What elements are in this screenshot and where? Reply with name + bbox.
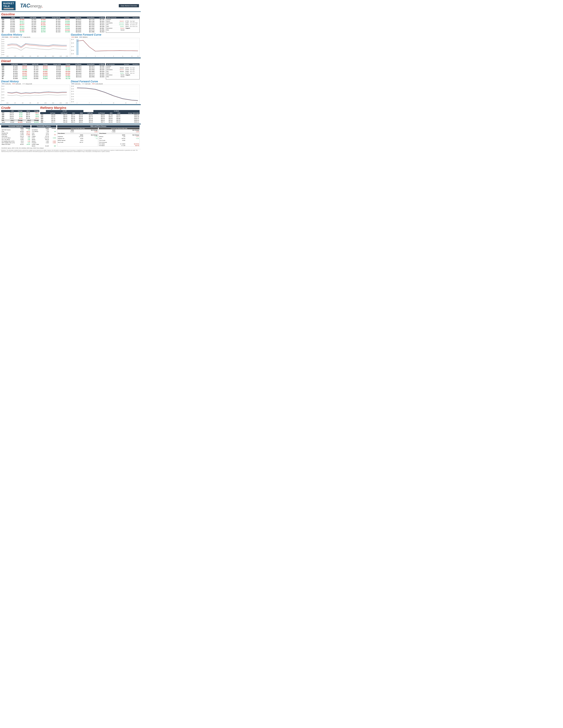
disclaimer-text: Disclaimer: The information contained he… (0, 149, 141, 153)
svg-text:$2.50: $2.50 (2, 39, 4, 40)
svg-text:1/31: 1/31 (22, 56, 24, 57)
svg-text:$2.50: $2.50 (71, 43, 74, 44)
tac-energy-logo: TACenergy. (20, 3, 42, 9)
blue-divider-2 (0, 104, 141, 105)
svg-text:$2.40: $2.40 (71, 99, 74, 100)
crude-title: Crude (1, 106, 39, 110)
gasoline-table: RBOB Change Gulf CBOB Change Group Sub N… (1, 17, 105, 33)
diesel-title: Diesel (1, 59, 139, 63)
daily-overview-badge: Daily Market Overview (119, 4, 139, 7)
svg-text:7: 7 (101, 102, 102, 104)
diesel-charts-row: Diesel History ULSD (HO) Gulf ULSD Group… (0, 80, 141, 104)
svg-text:$2.35: $2.35 (2, 97, 4, 98)
diesel-section: Diesel ULSD (HO) Change Gulf ULSD Change… (0, 59, 141, 80)
svg-text:16: 16 (136, 102, 137, 104)
svg-text:2/12: 2/12 (52, 102, 54, 104)
svg-text:$2.55: $2.55 (2, 94, 4, 96)
svg-text:2/18: 2/18 (66, 56, 68, 57)
refinery-table: Vs WTI Vs Brent Gulf Gas Gulf Diesel 3/2… (40, 110, 139, 123)
svg-text:$2.50: $2.50 (71, 96, 74, 97)
gasoline-history-title: Gasoline History (1, 33, 70, 36)
commodity-table: Settle Change US NatGas 1.609 TTF NatGas… (31, 127, 56, 147)
svg-text:2/8: 2/8 (37, 102, 39, 104)
market-talk-logo: MARKET TALK ▐▐▐▐▐▐▐ (2, 1, 16, 10)
svg-text:$2.20: $2.20 (2, 45, 4, 47)
svg-text:$2.90: $2.90 (71, 86, 74, 87)
eco-indicators-table: Settle Change S&P 500 Futures 5,024 4.25… (1, 127, 30, 145)
gasoline-forward-title: Gasoline Forward Curve (71, 33, 139, 36)
svg-text:7: 7 (104, 56, 105, 57)
svg-text:$2.30: $2.30 (71, 46, 74, 47)
crude-refinery-row: Crude WTI Change Brent Change 2/19 $79.2… (0, 105, 141, 123)
svg-text:1: 1 (77, 102, 77, 104)
svg-text:$2.30: $2.30 (71, 101, 74, 102)
svg-text:$2.40: $2.40 (2, 41, 4, 42)
svg-text:$3.15: $3.15 (2, 86, 4, 87)
blue-divider-1 (0, 58, 141, 58)
svg-text:2/3: 2/3 (29, 56, 31, 57)
svg-text:$2.70: $2.70 (71, 91, 74, 92)
svg-text:1/25: 1/25 (6, 56, 8, 57)
svg-text:$2.60: $2.60 (71, 93, 74, 95)
svg-text:3: 3 (86, 56, 86, 57)
svg-text:9: 9 (113, 56, 114, 57)
svg-text:$2.10: $2.10 (71, 50, 74, 51)
svg-rect-35 (76, 39, 79, 55)
crude-table: WTI Change Brent Change 2/19 $79.28 $0.0… (1, 110, 39, 119)
svg-text:$2.95: $2.95 (2, 89, 4, 90)
svg-text:2/14: 2/14 (60, 102, 62, 104)
gasoline-charts-row: Gasoline History RBOB Gulf CBOB Group Su… (0, 33, 141, 57)
svg-text:2/6: 2/6 (37, 56, 39, 57)
svg-text:2/4: 2/4 (22, 102, 23, 104)
svg-text:1/31: 1/31 (6, 102, 8, 104)
svg-text:$2.10: $2.10 (2, 48, 4, 49)
svg-text:$2.70: $2.70 (71, 39, 74, 40)
svg-text:10: 10 (113, 102, 114, 104)
svg-text:$1.80: $1.80 (2, 54, 4, 55)
svg-text:5: 5 (95, 56, 96, 57)
svg-text:$2.00: $2.00 (2, 50, 4, 51)
gasoline-title: Gasoline (1, 12, 139, 16)
bottom-section: Economic Indicators Settle Change S&P 50… (0, 125, 141, 147)
diesel-history-title: Diesel History (1, 80, 70, 83)
svg-text:13: 13 (131, 56, 132, 57)
svg-text:$2.80: $2.80 (71, 88, 74, 90)
svg-text:$1.90: $1.90 (2, 52, 4, 53)
gasoline-section: Gasoline RBOB Change Gulf CBOB Change Gr… (0, 12, 141, 33)
svg-text:1: 1 (77, 56, 77, 57)
svg-text:$2.75: $2.75 (2, 91, 4, 93)
svg-text:2/12: 2/12 (52, 56, 54, 57)
header: MARKET TALK ▐▐▐▐▐▐▐ TACenergy. Daily Mar… (0, 0, 141, 12)
diesel-forward-title: Diesel Forward Curve (71, 80, 139, 83)
svg-text:15: 15 (137, 56, 138, 57)
svg-text:2/15: 2/15 (60, 56, 62, 57)
diesel-table: ULSD (HO) Change Gulf ULSD Change Group … (1, 63, 105, 79)
svg-text:$2.30: $2.30 (2, 43, 4, 44)
diesel-technicals: HO Technicals Direction Resistance Indic… (106, 63, 139, 79)
svg-text:1/28: 1/28 (14, 56, 16, 57)
svg-text:2/2: 2/2 (14, 102, 16, 104)
svg-text:13: 13 (125, 102, 126, 104)
svg-text:11: 11 (122, 56, 123, 57)
svg-text:$2.15: $2.15 (2, 100, 4, 101)
svg-text:$1.90: $1.90 (71, 53, 74, 55)
blue-divider-3 (0, 124, 141, 124)
sources-text: *SOURCES: Nymex, CBOT, NYSE, ICE, NASDAQ… (0, 147, 141, 149)
svg-text:2/16: 2/16 (66, 102, 68, 104)
svg-text:2/6: 2/6 (29, 102, 31, 104)
svg-text:2/9: 2/9 (45, 56, 46, 57)
svg-text:4: 4 (89, 102, 90, 104)
gasoline-technicals: RBOB Technicals Direction Resistance Ind… (106, 17, 139, 33)
refinery-title: Refinery Margins (40, 106, 139, 110)
svg-text:2/10: 2/10 (44, 102, 46, 104)
